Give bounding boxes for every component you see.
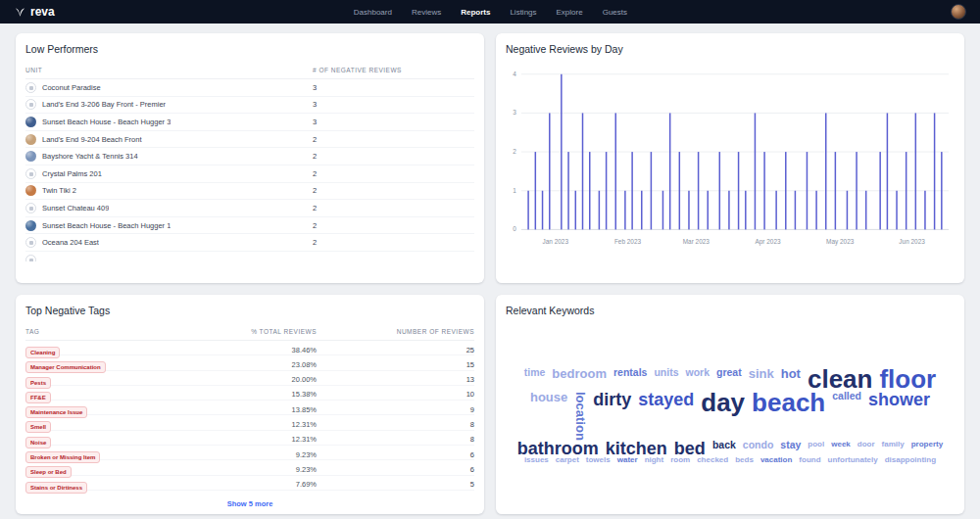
tag-row[interactable]: Sleep or Bed9.23%6 <box>25 460 474 475</box>
tag-row[interactable]: Manager Communication23.08%15 <box>25 355 474 370</box>
nav-link-guests[interactable]: Guests <box>603 8 627 17</box>
keyword-found: found <box>799 456 820 463</box>
low-performers-title: Low Performers <box>25 43 474 55</box>
unit-name: Sunset Chateau 409 <box>42 204 109 212</box>
keyword-time: time <box>524 368 546 392</box>
keyword-bathroom: bathroom <box>517 441 599 457</box>
tag-percent: 23.08% <box>172 360 317 369</box>
tag-row[interactable]: Stains or Dirtiness7.69%5 <box>25 476 474 491</box>
unit-row[interactable]: Sunset Beach House - Beach Hugger 33 <box>25 114 474 131</box>
tag-percent: 15.38% <box>172 390 317 399</box>
nav-link-reviews[interactable]: Reviews <box>412 8 441 17</box>
tag-row[interactable]: Pests20.00%13 <box>25 371 474 386</box>
tag-percent: 12.31% <box>172 435 317 444</box>
tag-row[interactable]: Maintenance Issue13.85%9 <box>25 401 474 415</box>
unit-cell: Land's End 9-204 Beach Front <box>25 134 313 145</box>
reva-logo-icon <box>14 6 26 19</box>
keyword-floor: floor <box>879 368 936 392</box>
unit-row[interactable]: Sunset Chateau 4092 <box>25 200 474 217</box>
unit-row[interactable]: Coconut Paradise3 <box>25 79 474 97</box>
unit-cell: Twin Tiki 2 <box>25 185 313 196</box>
tag-count: 6 <box>317 465 474 474</box>
user-avatar[interactable] <box>951 4 966 20</box>
unit-avatar <box>25 82 36 93</box>
unit-row[interactable]: Sunset Beach House - Beach Hugger 12 <box>25 217 474 235</box>
unit-negative-count: 3 <box>313 100 474 109</box>
col-unit: Unit <box>25 67 313 73</box>
nav-link-reports[interactable]: Reports <box>461 8 490 17</box>
unit-row[interactable]: Land's End 9-204 Beach Front2 <box>25 131 474 149</box>
unit-name: Oceana 204 East <box>42 238 99 247</box>
unit-cell: Land's End 3-206 Bay Front - Premier <box>25 99 313 110</box>
dashboard-main: Low Performers Unit # of Negative Review… <box>0 24 980 514</box>
unit-name: Bayshore Yacht & Tennis 314 <box>42 152 138 161</box>
svg-text:1: 1 <box>513 187 516 194</box>
nav-link-dashboard[interactable]: Dashboard <box>354 8 392 17</box>
unit-cell: Oceana 204 East <box>25 237 313 248</box>
nav-link-listings[interactable]: Listings <box>510 8 536 17</box>
tag-percent: 20.00% <box>172 375 317 384</box>
col-tag: Tag <box>25 328 172 335</box>
unit-cell <box>25 255 313 261</box>
tag-row[interactable]: Cleaning38.46%25 <box>25 341 474 355</box>
svg-text:2: 2 <box>513 148 516 155</box>
keyword-room: room <box>670 456 690 463</box>
keyword-family: family <box>882 441 905 457</box>
unit-cell: Sunset Beach House - Beach Hugger 1 <box>25 220 313 231</box>
low-performers-rows: Coconut Paradise3Land's End 3-206 Bay Fr… <box>25 79 474 261</box>
low-performers-card: Low Performers Unit # of Negative Review… <box>16 33 484 283</box>
unit-row[interactable]: Oceana 204 East2 <box>25 234 474 252</box>
unit-avatar <box>25 237 36 248</box>
unit-row[interactable]: Crystal Palms 2012 <box>25 165 474 183</box>
keyword-rentals: rentals <box>613 368 647 392</box>
tag-percent: 38.46% <box>172 346 317 354</box>
relevant-keywords-card: Relevant Keywords timebedroomrentalsunit… <box>496 295 964 514</box>
unit-avatar <box>25 151 36 162</box>
tag-row[interactable]: FF&E15.38%10 <box>25 386 474 401</box>
unit-negative-count: 2 <box>313 152 474 161</box>
keyword-location: location <box>574 392 586 441</box>
tag-count: 13 <box>317 375 474 384</box>
unit-row[interactable] <box>25 252 474 261</box>
svg-text:3: 3 <box>513 109 516 116</box>
unit-negative-count: 3 <box>313 118 474 126</box>
show-more-button[interactable]: Show 5 more <box>25 498 474 509</box>
svg-text:4: 4 <box>513 71 516 77</box>
col-pct-total: % Total Reviews <box>172 328 317 335</box>
keyword-cloud: timebedroomrentalsunitsworkgreatsinkhotc… <box>506 325 955 507</box>
svg-text:Jun 2023: Jun 2023 <box>899 238 925 245</box>
keyword-stayed: stayed <box>638 392 694 441</box>
relevant-keywords-title: Relevant Keywords <box>506 305 955 316</box>
unit-cell: Bayshore Yacht & Tennis 314 <box>25 151 313 162</box>
keyword-bedroom: bedroom <box>552 368 607 392</box>
tag-count: 10 <box>317 390 474 399</box>
unit-avatar <box>25 185 36 196</box>
negative-reviews-card: Negative Reviews by Day 01234Jan 2023Feb… <box>496 33 964 283</box>
unit-name: Sunset Beach House - Beach Hugger 1 <box>42 221 171 230</box>
svg-text:Mar 2023: Mar 2023 <box>683 238 710 245</box>
unit-negative-count: 2 <box>313 169 474 178</box>
keyword-disappointing: disappointing <box>885 456 936 463</box>
tag-count: 15 <box>317 360 474 369</box>
keyword-towels: towels <box>586 456 611 463</box>
tag-row[interactable]: Broken or Missing Item9.23%6 <box>25 446 474 460</box>
unit-row[interactable]: Land's End 3-206 Bay Front - Premier3 <box>25 97 474 115</box>
keyword-carpet: carpet <box>556 456 579 463</box>
unit-avatar <box>25 255 36 261</box>
keyword-called: called <box>832 392 861 441</box>
tags-rows: Cleaning38.46%25Manager Communication23.… <box>25 341 474 491</box>
unit-row[interactable]: Twin Tiki 22 <box>25 183 474 201</box>
keyword-unfortunately: unfortunately <box>828 456 878 463</box>
low-performers-header: Unit # of Negative Reviews <box>25 64 474 79</box>
tag-row[interactable]: Noise12.31%8 <box>25 431 474 446</box>
brand[interactable]: reva <box>14 5 55 19</box>
nav-link-explore[interactable]: Explore <box>557 8 583 17</box>
unit-row[interactable]: Bayshore Yacht & Tennis 3142 <box>25 148 474 165</box>
reports-grid: Low Performers Unit # of Negative Review… <box>16 33 964 514</box>
unit-avatar <box>25 168 36 179</box>
top-negative-tags-card: Top Negative Tags Tag % Total Reviews Nu… <box>16 295 484 514</box>
tag-row[interactable]: Smell12.31%8 <box>25 415 474 430</box>
nav-links: DashboardReviewsReportsListingsExploreGu… <box>354 8 627 17</box>
unit-avatar <box>25 134 36 145</box>
tag-percent: 7.69% <box>172 480 317 489</box>
